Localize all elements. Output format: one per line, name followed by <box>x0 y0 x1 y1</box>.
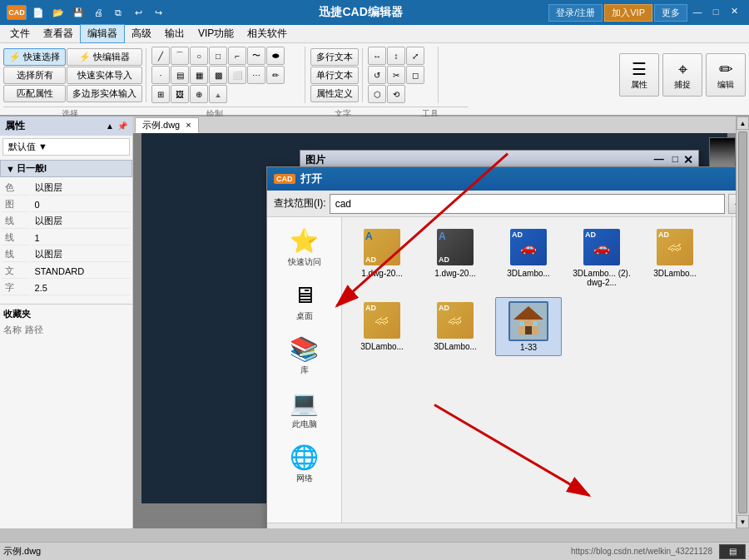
file-icon-3: AD 🚗 <box>508 227 548 267</box>
singleline-text-btn[interactable]: 单行文本 <box>310 67 359 84</box>
login-button[interactable]: 登录/注册 <box>548 4 603 22</box>
maximize-btn[interactable]: □ <box>707 4 724 19</box>
od-sidebar-library[interactable]: 📚 库 <box>273 332 336 379</box>
desktop-label: 桌面 <box>296 310 313 322</box>
od-search-label: 查找范围(I): <box>274 196 326 211</box>
file-item-8[interactable]: 1-33 <box>495 297 562 356</box>
draw-rect-btn[interactable]: □ <box>209 47 227 65</box>
file-item-1[interactable]: AD A 1.dwg-20... <box>349 224 415 290</box>
draw-point-btn[interactable]: · <box>151 66 170 84</box>
tool8-btn[interactable]: ⟲ <box>387 85 405 103</box>
draw-pen-btn[interactable]: ✏ <box>266 66 285 84</box>
draw-gradient-btn[interactable]: ▩ <box>209 66 227 84</box>
redo-btn[interactable]: ↪ <box>150 5 166 20</box>
prop-color: 色 以图层 <box>2 181 131 196</box>
file-label-2: 1.dwg-20... <box>434 269 475 278</box>
od-sidebar-desktop[interactable]: 🖥 桌面 <box>273 278 336 325</box>
draw-block-btn[interactable]: ⊕ <box>190 85 208 103</box>
draw-ellipse-btn[interactable]: ⬬ <box>266 47 285 65</box>
file-label-4: 3DLambo... (2).dwg-2... <box>572 269 632 287</box>
od-sidebar-quickaccess[interactable]: ⭐ 快速访问 <box>273 224 336 271</box>
img-min-btn[interactable]: — <box>651 153 667 166</box>
menu-file[interactable]: 文件 <box>3 25 37 42</box>
scroll-thumb[interactable] <box>738 131 747 513</box>
draw-break-btn[interactable]: ⋯ <box>247 66 265 84</box>
draw-image-btn[interactable]: 🖼 <box>171 85 189 103</box>
properties-btn[interactable]: ☰ 属性 <box>619 53 659 97</box>
more-button[interactable]: 更多 <box>654 4 687 22</box>
tool6-btn[interactable]: ◻ <box>406 66 424 84</box>
quick-import-btn[interactable]: 快速实体导入 <box>67 67 142 84</box>
draw-arc-btn[interactable]: ⌒ <box>171 47 189 65</box>
od-titlebar: CAD 打开 × <box>267 167 736 191</box>
match-props-btn[interactable]: 匹配属性 <box>3 85 66 102</box>
vip-button[interactable]: 加入VIP <box>604 4 652 22</box>
prop-textsize: 字 2.5 <box>2 280 131 295</box>
draw-spline-btn[interactable]: 〜 <box>247 47 265 65</box>
panel-pin-icon[interactable]: 📌 <box>117 121 127 131</box>
select-all-btn[interactable]: 选择所有 <box>3 67 66 84</box>
tool5-btn[interactable]: ✂ <box>387 66 405 84</box>
status-grid-btn[interactable]: ▤ <box>719 544 746 559</box>
multiline-text-btn[interactable]: 多行文本 <box>310 48 359 66</box>
window-controls: 登录/注册 加入VIP 更多 — □ ✕ <box>548 4 742 22</box>
status-bar: 示例.dwg https://blog.csdn.net/welkin_4322… <box>0 542 749 560</box>
open-btn[interactable]: 📂 <box>50 5 67 20</box>
od-sidebar-network[interactable]: 🌐 网络 <box>273 440 336 488</box>
draw-hatch-btn[interactable]: ▤ <box>171 66 189 84</box>
thispc-label: 此电脑 <box>292 419 317 430</box>
minimize-btn[interactable]: — <box>689 4 706 19</box>
img-max-btn[interactable]: □ <box>669 153 682 166</box>
menu-vip[interactable]: VIP功能 <box>191 25 241 42</box>
file-item-5[interactable]: AD 🏎 3DLambo... <box>642 224 708 290</box>
od-sidebar-thispc[interactable]: 💻 此电脑 <box>273 386 336 434</box>
image-dialog-close[interactable]: ✕ <box>683 153 693 166</box>
draw-table-btn[interactable]: ⊞ <box>151 85 170 103</box>
scroll-up-btn[interactable]: ▲ <box>737 116 749 130</box>
draw-wipeout-btn[interactable]: ⬜ <box>228 66 246 84</box>
menu-viewer[interactable]: 查看器 <box>37 25 80 42</box>
file-item-6[interactable]: AD 🏎 3DLambo... <box>349 297 415 356</box>
tool1-btn[interactable]: ↔ <box>368 47 386 65</box>
draw-circle-btn[interactable]: ○ <box>190 47 208 65</box>
close-btn[interactable]: ✕ <box>726 4 742 19</box>
panel-scroll-up[interactable]: ▲ <box>106 121 114 131</box>
draw-3d-btn[interactable]: ⟁ <box>209 85 227 103</box>
menu-advanced[interactable]: 高级 <box>125 25 158 42</box>
prop-linetype2: 线 以图层 <box>2 247 131 262</box>
tool4-btn[interactable]: ↺ <box>368 66 386 84</box>
panel-default-dropdown[interactable]: 默认值 ▼ <box>2 138 130 156</box>
copy-btn[interactable]: ⧉ <box>110 5 126 20</box>
draw-polyline-btn[interactable]: ⌐ <box>228 47 246 65</box>
menu-output[interactable]: 输出 <box>158 25 191 42</box>
tool2-btn[interactable]: ↕ <box>387 47 405 65</box>
tool3-btn[interactable]: ⤢ <box>406 47 424 65</box>
file-item-3[interactable]: AD 🚗 3DLambo... <box>495 224 562 290</box>
drawing-area: 示例.dwg × RIt 图片 — □ <box>133 116 736 528</box>
od-back-btn[interactable]: ← <box>728 194 736 214</box>
save-btn[interactable]: 💾 <box>70 5 87 20</box>
file-item-2[interactable]: AD A 1.dwg-20... <box>422 224 489 290</box>
attdef-btn[interactable]: 属性定义 <box>310 85 359 102</box>
scroll-down-btn[interactable]: ▼ <box>737 515 749 528</box>
snap-btn[interactable]: ⌖ 捕捉 <box>662 53 702 97</box>
image-dialog-title: 图片 <box>305 153 325 167</box>
polygon-import-btn[interactable]: 多边形实体输入 <box>67 85 142 102</box>
draw-fill-btn[interactable]: ▦ <box>190 66 208 84</box>
quick-edit-btn[interactable]: ⚡ 快编辑器 <box>67 48 142 66</box>
quick-select-btn[interactable]: ⚡ 快速选择 <box>3 48 66 66</box>
prop-val: 以图层 <box>32 181 131 196</box>
file-item-4[interactable]: AD 🚗 3DLambo... (2).dwg-2... <box>568 224 635 290</box>
edit-btn[interactable]: ✏ 编辑 <box>706 53 746 97</box>
od-search-select[interactable]: cad <box>330 194 725 214</box>
status-watermark: https://blog.csdn.net/welkin_43221128 <box>571 547 712 556</box>
file-item-7[interactable]: AD 🏎 3DLambo... <box>422 297 489 356</box>
desktop-icon: 🖥 <box>293 281 316 309</box>
menu-editor[interactable]: 编辑器 <box>80 24 125 43</box>
draw-line-btn[interactable]: ╱ <box>151 47 170 65</box>
menu-related[interactable]: 相关软件 <box>241 25 294 42</box>
tool7-btn[interactable]: ⬡ <box>368 85 386 103</box>
undo-btn[interactable]: ↩ <box>130 5 146 20</box>
print-btn[interactable]: 🖨 <box>90 5 107 20</box>
new-doc-btn[interactable]: 📄 <box>30 5 47 20</box>
